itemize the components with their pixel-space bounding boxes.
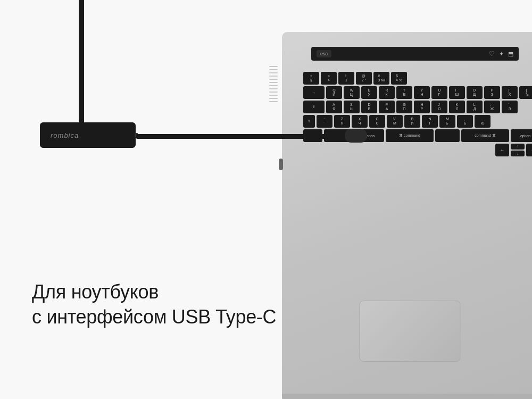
key-row-4: ⇧ ~` ZЯ XЧ CС VМ BИ NТ MЬ ,Б .Ю bbox=[303, 115, 532, 128]
key-u: UГ bbox=[431, 86, 447, 99]
key-shift-l: ⇧ bbox=[303, 115, 315, 128]
key-plusminus: ±§ bbox=[303, 72, 319, 85]
key-x: XЧ bbox=[352, 115, 368, 128]
key-o: OЩ bbox=[467, 86, 483, 99]
key-row-1: ±§ <> !1 @2 " #3 № $4 % bbox=[303, 72, 532, 85]
touchbar-screen-icon: ⬒ bbox=[508, 51, 513, 57]
key-p: PЗ bbox=[484, 86, 500, 99]
trackpad[interactable] bbox=[360, 301, 461, 362]
key-n: NТ bbox=[422, 115, 438, 128]
key-apos: 'Э bbox=[502, 101, 518, 113]
key-tab: → bbox=[303, 86, 325, 99]
main-text-line2: с интерфейсом USB Type-C bbox=[32, 305, 276, 330]
cable-horizontal bbox=[136, 134, 354, 139]
key-row-2: → QЙ WЦ EУ RК TЕ YН UГ IШ OЩ PЗ [Х ]Ъ bbox=[303, 86, 532, 99]
key-z: ZЯ bbox=[334, 115, 350, 128]
usb-hub: rombica bbox=[40, 122, 136, 148]
key-c: CС bbox=[369, 115, 385, 128]
key-arrow-down: ↓ bbox=[511, 151, 525, 156]
key-2: @2 " bbox=[356, 72, 372, 85]
key-period: .Ю bbox=[475, 115, 491, 128]
key-1: !1 bbox=[338, 72, 354, 85]
key-h: HР bbox=[414, 101, 430, 113]
key-t: TЕ bbox=[396, 86, 412, 99]
touchbar-heart-icon: ♡ bbox=[489, 50, 495, 57]
key-g: GП bbox=[396, 101, 412, 113]
touchbar-star-icon: ✦ bbox=[499, 51, 504, 57]
key-f: FА bbox=[379, 101, 395, 113]
key-row-arrows: ← ↑ ↓ → bbox=[303, 144, 532, 156]
key-e: EУ bbox=[361, 86, 377, 99]
usbc-plug bbox=[345, 129, 367, 143]
key-b: BИ bbox=[404, 115, 420, 128]
laptop-usbc-port bbox=[279, 159, 283, 170]
key-3: #3 № bbox=[373, 72, 389, 85]
keyboard-area: ±§ <> !1 @2 " #3 № $4 % → QЙ WЦ EУ RК TЕ… bbox=[303, 72, 532, 156]
touch-bar: esc ♡ ✦ ⬒ bbox=[311, 47, 519, 61]
key-row-3: ⇪ AФ SЫ DВ FА GП HР JО KЛ LД ;Ж 'Э bbox=[303, 101, 532, 113]
key-s: SЫ bbox=[344, 101, 360, 113]
key-v: VМ bbox=[387, 115, 403, 128]
key-d: DВ bbox=[361, 101, 377, 113]
key-4: $4 % bbox=[391, 72, 407, 85]
key-arrow-right: → bbox=[526, 144, 532, 156]
key-ltgt: <> bbox=[321, 72, 337, 85]
cable-up bbox=[79, 0, 84, 125]
key-command-r: command ⌘ bbox=[461, 129, 509, 142]
key-y: YН bbox=[414, 86, 430, 99]
key-caps: ⇪ bbox=[303, 101, 325, 113]
key-a: AФ bbox=[326, 101, 342, 113]
key-bracket-l: [Х bbox=[502, 86, 518, 99]
key-arrow-up: ↑ bbox=[511, 144, 525, 149]
key-k: KЛ bbox=[449, 101, 465, 113]
laptop-body: esc ♡ ✦ ⬒ ±§ <> !1 @2 " #3 № $4 % bbox=[282, 32, 532, 394]
main-text-line1: Для ноутбуков bbox=[32, 280, 276, 305]
key-r: RК bbox=[379, 86, 395, 99]
esc-key: esc bbox=[317, 50, 331, 57]
key-j: JО bbox=[431, 101, 447, 113]
key-tilde: ~` bbox=[317, 115, 332, 128]
text-block: Для ноутбуков с интерфейсом USB Type-C bbox=[32, 280, 276, 330]
hub-body: rombica bbox=[40, 122, 136, 148]
key-i: IШ bbox=[449, 86, 465, 99]
scene: rombica Для ноутбуков с интерфейсом USB … bbox=[0, 0, 532, 399]
key-semi: ;Ж bbox=[484, 101, 500, 113]
key-w: WЦ bbox=[344, 86, 360, 99]
key-command: ⌘ command bbox=[386, 129, 434, 142]
key-arrow-left: ← bbox=[495, 144, 509, 156]
key-bracket-r: ]Ъ bbox=[519, 86, 532, 99]
key-m: MЬ bbox=[439, 115, 455, 128]
laptop-illustration: esc ♡ ✦ ⬒ ±§ <> !1 @2 " #3 № $4 % bbox=[266, 0, 532, 399]
speaker-grille-left bbox=[266, 64, 281, 202]
key-l: LД bbox=[467, 101, 483, 113]
key-q: QЙ bbox=[326, 86, 342, 99]
key-option-r: option bbox=[511, 129, 532, 142]
laptop-base bbox=[282, 394, 532, 399]
key-comma: ,Б bbox=[457, 115, 473, 128]
key-space bbox=[435, 129, 460, 142]
hub-brand-label: rombica bbox=[51, 131, 79, 139]
